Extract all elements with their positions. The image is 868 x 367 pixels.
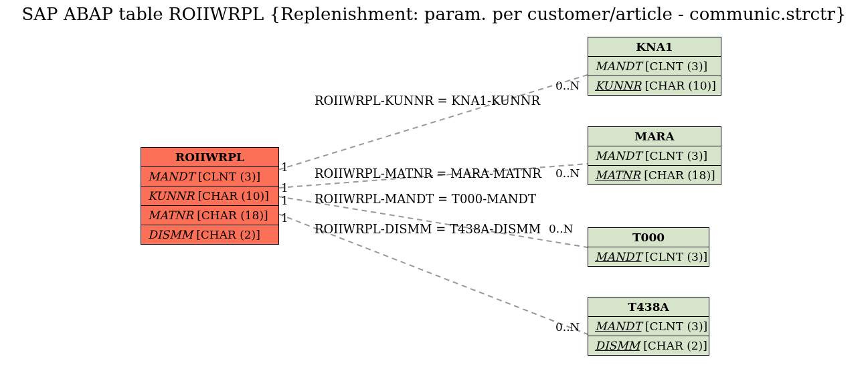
table-t000: T000 MANDT [CLNT (3)] <box>588 227 709 267</box>
relation-label: ROIIWRPL-DISMM = T438A-DISMM <box>315 222 541 236</box>
table-field: MANDT [CLNT (3)] <box>588 247 709 266</box>
table-mara: MARA MANDT [CLNT (3)] MATNR [CHAR (18)] <box>588 126 721 185</box>
table-field: MATNR [CHAR (18)] <box>141 206 278 225</box>
cardinality-right-t438a: 0..N <box>555 320 580 334</box>
table-field: MATNR [CHAR (18)] <box>588 166 721 185</box>
cardinality-right: 0..N <box>549 222 574 235</box>
cardinality-right: 0..N <box>555 166 580 180</box>
table-field: MANDT [CLNT (3)] <box>141 167 278 187</box>
cardinality-left: 1 <box>281 211 288 225</box>
cardinality-right: 0..N <box>555 79 580 92</box>
cardinality-left: 1 <box>281 181 288 195</box>
diagram-title: SAP ABAP table ROIIWRPL {Replenishment: … <box>0 4 868 24</box>
table-header: ROIIWRPL <box>141 148 278 167</box>
table-header: T000 <box>588 228 709 247</box>
table-field: MANDT [CLNT (3)] <box>588 317 709 336</box>
table-header: KNA1 <box>588 37 721 57</box>
table-roiiwrpl: ROIIWRPL MANDT [CLNT (3)] KUNNR [CHAR (1… <box>141 147 279 245</box>
er-diagram-canvas: { "title": "SAP ABAP table ROIIWRPL {Rep… <box>0 0 868 367</box>
table-field: KUNNR [CHAR (10)] <box>588 76 721 95</box>
table-header: MARA <box>588 127 721 146</box>
relation-label: ROIIWRPL-MATNR = MARA-MATNR <box>315 166 541 180</box>
cardinality-left: 1 <box>281 160 288 174</box>
relation-label: ROIIWRPL-KUNNR = KNA1-KUNNR <box>315 94 540 108</box>
relation-label: ROIIWRPL-MANDT = T000-MANDT <box>315 192 536 206</box>
table-header: T438A <box>588 297 709 317</box>
table-t438a: T438A MANDT [CLNT (3)] DISMM [CHAR (2)] <box>588 297 709 356</box>
table-kna1: KNA1 MANDT [CLNT (3)] KUNNR [CHAR (10)] <box>588 37 721 96</box>
cardinality-left: 1 <box>281 194 288 207</box>
svg-line-0 <box>278 75 588 170</box>
table-field: MANDT [CLNT (3)] <box>588 57 721 76</box>
table-field: DISMM [CHAR (2)] <box>141 225 278 244</box>
relation-lines <box>0 0 868 367</box>
table-field: KUNNR [CHAR (10)] <box>141 187 278 206</box>
table-field: DISMM [CHAR (2)] <box>588 336 709 355</box>
table-field: MANDT [CLNT (3)] <box>588 146 721 166</box>
